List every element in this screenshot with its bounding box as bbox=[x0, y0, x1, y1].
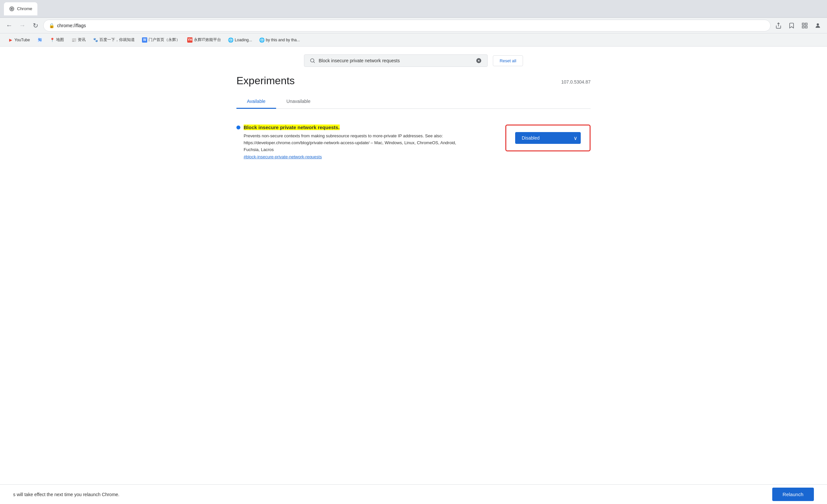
page-content: Reset all Experiments 107.0.5304.87 Avai… bbox=[0, 47, 827, 504]
bookmark-portal[interactable]: W 门户首页（永辉） bbox=[139, 36, 183, 44]
bookmark-loading[interactable]: 🌐 Loading... bbox=[226, 36, 255, 44]
tab-favicon bbox=[9, 6, 14, 11]
svg-rect-2 bbox=[802, 23, 805, 25]
search-clear-button[interactable] bbox=[476, 57, 482, 64]
refresh-button[interactable]: ↻ bbox=[30, 20, 41, 31]
flag-control-box: Default Enabled Disabled ∨ bbox=[505, 124, 591, 151]
baidu-icon: 🐾 bbox=[93, 37, 98, 43]
bookmark-zhi[interactable]: 知 bbox=[35, 36, 45, 44]
flag-link[interactable]: #block-insecure-private-network-requests bbox=[244, 154, 492, 159]
browser-tab[interactable]: Chrome bbox=[4, 2, 37, 15]
relaunch-message: s will take effect the next time you rel… bbox=[13, 492, 119, 497]
experiments-header: Experiments 107.0.5304.87 bbox=[236, 75, 591, 87]
youtube-icon: ▶ bbox=[8, 37, 13, 43]
bookmark-youtube[interactable]: ▶ YouTube bbox=[5, 36, 33, 44]
svg-rect-5 bbox=[806, 26, 807, 28]
svg-point-7 bbox=[310, 59, 314, 62]
bookmark-bythis[interactable]: 🌐 by this and by tha... bbox=[257, 36, 303, 44]
lock-icon: 🔒 bbox=[49, 23, 54, 28]
address-bar[interactable]: 🔒 chrome://flags bbox=[43, 20, 771, 32]
bookmarks-bar: ▶ YouTube 知 📍 地图 📰 资讯 🐾 百度一下，你就知道 W 门户首页… bbox=[0, 34, 827, 47]
tab-grid-button[interactable] bbox=[799, 20, 810, 31]
bookmark-button[interactable] bbox=[786, 20, 797, 31]
bookmark-map[interactable]: 📍 地图 bbox=[47, 36, 66, 44]
version-text: 107.0.5304.87 bbox=[561, 75, 591, 85]
profile-button[interactable] bbox=[813, 20, 823, 31]
browser-titlebar: Chrome bbox=[0, 0, 827, 18]
share-button[interactable] bbox=[773, 20, 784, 31]
svg-rect-4 bbox=[802, 26, 805, 28]
bookmark-yh[interactable]: YH 永辉IT效能平台 bbox=[185, 36, 224, 44]
tab-unavailable[interactable]: Unavailable bbox=[276, 95, 321, 109]
search-area: Reset all bbox=[0, 47, 827, 75]
flag-dot bbox=[236, 125, 240, 129]
search-box bbox=[304, 54, 488, 67]
portal-icon: W bbox=[142, 37, 147, 43]
tabs-container: Available Unavailable bbox=[236, 95, 591, 109]
toolbar-icons bbox=[773, 20, 823, 31]
flag-title-row: Block insecure private network requests. bbox=[236, 124, 492, 130]
bookmark-baidu[interactable]: 🐾 百度一下，你就知道 bbox=[90, 36, 137, 44]
svg-point-6 bbox=[817, 23, 819, 25]
zhi-icon: 知 bbox=[37, 37, 42, 43]
news-icon: 📰 bbox=[71, 37, 77, 43]
search-input[interactable] bbox=[319, 58, 472, 63]
yh-icon: YH bbox=[187, 37, 193, 43]
svg-point-1 bbox=[11, 8, 13, 9]
forward-button[interactable]: → bbox=[17, 20, 28, 31]
flag-select[interactable]: Default Enabled Disabled bbox=[515, 132, 581, 144]
flag-title: Block insecure private network requests. bbox=[244, 124, 340, 130]
svg-rect-3 bbox=[806, 23, 807, 25]
experiments-title: Experiments bbox=[236, 75, 295, 87]
select-wrapper: Default Enabled Disabled ∨ bbox=[515, 132, 581, 144]
bottom-bar: s will take effect the next time you rel… bbox=[0, 484, 827, 504]
tab-available[interactable]: Available bbox=[236, 95, 276, 109]
bookmark-news[interactable]: 📰 资讯 bbox=[68, 36, 88, 44]
search-icon bbox=[309, 58, 315, 64]
reset-all-button[interactable]: Reset all bbox=[493, 55, 523, 66]
flag-description: Prevents non-secure contexts from making… bbox=[244, 133, 473, 153]
flag-item: Block insecure private network requests.… bbox=[236, 119, 591, 165]
globe-icon-1: 🌐 bbox=[228, 37, 234, 43]
globe-icon-2: 🌐 bbox=[259, 37, 264, 43]
browser-toolbar: ← → ↻ 🔒 chrome://flags bbox=[0, 18, 827, 34]
relaunch-button[interactable]: Relaunch bbox=[772, 488, 814, 501]
flag-content: Block insecure private network requests.… bbox=[236, 124, 492, 159]
back-button[interactable]: ← bbox=[4, 20, 14, 31]
tab-title: Chrome bbox=[17, 6, 32, 11]
address-text: chrome://flags bbox=[57, 23, 86, 28]
map-icon: 📍 bbox=[50, 37, 55, 43]
experiments-container: Experiments 107.0.5304.87 Available Unav… bbox=[217, 75, 610, 165]
